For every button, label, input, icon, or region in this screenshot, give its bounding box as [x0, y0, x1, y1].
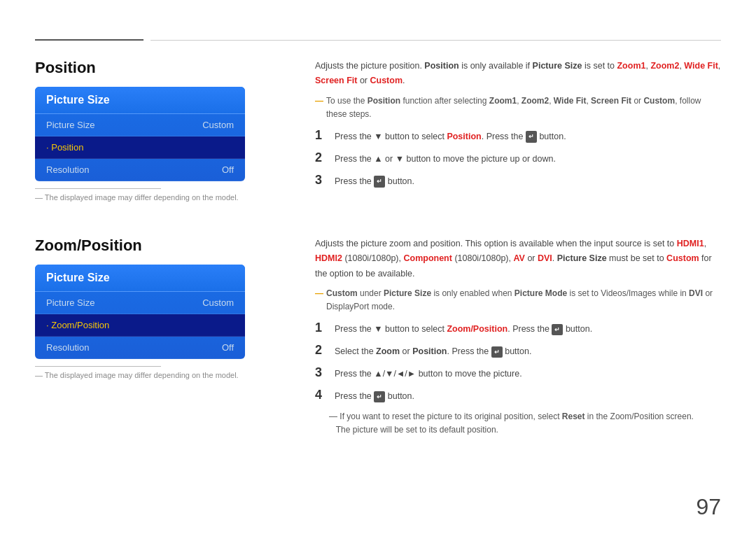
top-divider [35, 39, 721, 41]
rule-light [150, 40, 721, 41]
position-step-1: 1 Press the ▼ button to select Position.… [315, 128, 721, 143]
zoom-steps: 1 Press the ▼ button to select Zoom/Posi… [315, 321, 721, 403]
position-desc: Adjusts the picture position. Position i… [315, 59, 721, 89]
zoom-step-3: 3 Press the ▲/▼/◄/► button to move the p… [315, 365, 721, 381]
page-number: 97 [696, 494, 721, 520]
position-note: ― To use the Position function after sel… [315, 94, 721, 121]
position-title: Position [35, 59, 287, 77]
position-steps: 1 Press the ▼ button to select Position.… [315, 128, 721, 188]
zoom-step-4: 4 Press the ↵ button. [315, 388, 721, 403]
position-step-2: 2 Press the ▲ or ▼ button to move the pi… [315, 150, 721, 166]
rule-dark [35, 39, 144, 41]
position-left: Position Picture Size Picture Size Custo… [35, 59, 287, 202]
zoom-right: Adjusts the picture zoom and position. T… [315, 237, 721, 444]
zoom-left: Zoom/Position Picture Size Picture Size … [35, 237, 287, 444]
section-position: Position Picture Size Picture Size Custo… [35, 42, 721, 202]
zoom-menu-divider [35, 366, 161, 367]
zoom-menu-header: Picture Size [35, 265, 245, 292]
zoom-step-2: 2 Select the Zoom or Position. Press the… [315, 343, 721, 358]
zoom-title: Zoom/Position [35, 237, 287, 255]
zoom-footer-note: ― If you want to reset the picture to it… [315, 410, 721, 437]
position-menu-divider [35, 188, 161, 189]
position-menu-header: Picture Size [35, 87, 245, 114]
zoom-desc: Adjusts the picture zoom and position. T… [315, 237, 721, 281]
zoom-menu-row-2-active: · Zoom/Position [35, 314, 245, 337]
section-zoom-position: Zoom/Position Picture Size Picture Size … [35, 223, 721, 444]
zoom-step-1: 1 Press the ▼ button to select Zoom/Posi… [315, 321, 721, 336]
position-menu: Picture Size Picture Size Custom · Posit… [35, 87, 245, 181]
zoom-note: ― Custom under Picture Size is only enab… [315, 287, 721, 314]
section-gap [35, 202, 721, 223]
zoom-menu: Picture Size Picture Size Custom · Zoom/… [35, 265, 245, 359]
position-menu-row-1: Picture Size Custom [35, 114, 245, 136]
position-step-3: 3 Press the ↵ button. [315, 173, 721, 188]
zoom-menu-row-3: Resolution Off [35, 337, 245, 359]
zoom-menu-row-1: Picture Size Custom [35, 292, 245, 314]
position-right: Adjusts the picture position. Position i… [315, 59, 721, 202]
position-menu-row-3: Resolution Off [35, 159, 245, 181]
position-disclaimer: ― The displayed image may differ dependi… [35, 193, 287, 202]
position-menu-row-2-active: · Position [35, 136, 245, 159]
zoom-disclaimer: ― The displayed image may differ dependi… [35, 371, 287, 379]
